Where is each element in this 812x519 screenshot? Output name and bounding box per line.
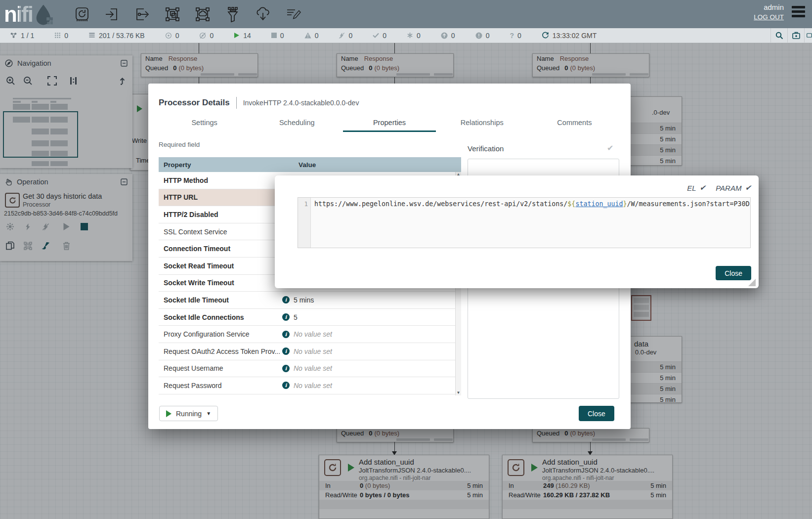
title-divider <box>236 97 237 109</box>
process-group-component-icon[interactable] <box>164 5 181 23</box>
tab-relationships[interactable]: Relationships <box>436 114 528 131</box>
info-icon: i <box>282 382 290 389</box>
table-row[interactable]: Proxy Configuration ServiceiNo value set <box>159 326 461 343</box>
first-aid-kit-button[interactable] <box>787 28 804 43</box>
tab-scheduling[interactable]: Scheduling <box>251 114 343 131</box>
processor-component-icon[interactable] <box>73 5 91 23</box>
el-parameter-reference: station_uuid <box>575 200 623 208</box>
status-stopped: 0 <box>271 32 284 40</box>
status-refresh[interactable]: 13:33:02 GMT <box>542 32 597 40</box>
editor-content[interactable]: https://www.pegelonline.wsv.de/webservic… <box>311 198 750 248</box>
table-row[interactable]: Request PasswordiNo value set <box>159 377 461 394</box>
property-value-editor: EL✔ PARAM✔ 1 https://www.pegelonline.wsv… <box>275 175 759 288</box>
warning-icon <box>304 32 311 39</box>
check-icon: ✔ <box>700 183 706 192</box>
arrow-up-circle-icon <box>441 32 448 39</box>
output-port-component-icon[interactable] <box>133 5 151 23</box>
dialog-tabs: Settings Scheduling Properties Relations… <box>158 114 621 131</box>
template-component-icon[interactable] <box>254 5 272 23</box>
app-header: nifi admin LOG OUT <box>0 0 812 28</box>
logout-link[interactable]: LOG OUT <box>754 13 784 21</box>
funnel-component-icon[interactable] <box>224 5 242 23</box>
status-bar: 1 / 1 0 201 / 53.76 KB 0 0 14 0 0 0 0 0 <box>0 28 812 43</box>
editor-line-number: 1 <box>298 198 311 248</box>
tab-comments[interactable]: Comments <box>528 114 621 131</box>
scroll-down-icon[interactable]: ▼ <box>457 390 461 395</box>
tab-settings[interactable]: Settings <box>158 114 251 131</box>
required-field-label: Required field <box>159 141 200 148</box>
status-running: 14 <box>234 32 251 40</box>
column-value: Value <box>299 161 316 169</box>
check-icon <box>373 33 379 38</box>
running-icon <box>234 32 240 39</box>
status-sync-failure: ? 0 <box>510 32 521 40</box>
asterisk-icon <box>407 32 413 39</box>
chevron-down-icon: ▼ <box>206 411 211 416</box>
column-property: Property <box>159 161 299 169</box>
info-icon: i <box>282 365 290 372</box>
dialog-close-button[interactable]: Close <box>579 406 614 421</box>
status-invalid: 0 <box>304 32 319 40</box>
tab-properties[interactable]: Properties <box>343 114 435 131</box>
cluster-icon <box>10 32 17 39</box>
check-icon: ✔ <box>745 183 751 192</box>
not-transmitting-icon <box>199 32 206 39</box>
question-icon: ? <box>510 32 514 40</box>
verification-check-icon[interactable]: ✔ <box>607 143 613 153</box>
status-disabled: 0 <box>339 32 352 40</box>
dialog-title: Processor Details <box>159 98 230 108</box>
refresh-icon[interactable] <box>542 32 549 39</box>
status-not-transmitting: 0 <box>199 32 214 40</box>
dialog-subtitle: InvokeHTTP 2.4.0-stackable0.0.0-dev <box>243 99 359 107</box>
stopped-icon <box>271 33 277 38</box>
global-menu-icon[interactable] <box>792 6 805 19</box>
transmitting-icon <box>165 32 172 39</box>
table-row[interactable]: Request OAuth2 Access Token Prov...iNo v… <box>159 343 461 360</box>
status-remote-groups: 0 <box>54 32 68 40</box>
table-row[interactable]: Request UsernameiNo value set <box>159 360 461 378</box>
resize-handle[interactable] <box>748 279 756 286</box>
value-code-editor[interactable]: 1 https://www.pegelonline.wsv.de/webserv… <box>298 197 751 248</box>
search-button[interactable] <box>770 28 787 43</box>
table-row[interactable]: Socket Idle Connectionsi5 <box>159 309 461 326</box>
table-header: Property Value <box>159 157 461 172</box>
bolt-slash-icon <box>339 32 345 39</box>
label-component-icon[interactable] <box>284 5 302 23</box>
nifi-logo: nifi <box>4 2 54 26</box>
current-user: admin <box>754 3 784 11</box>
last-refresh-time: 13:33:02 GMT <box>553 32 597 40</box>
info-icon: i <box>282 347 290 355</box>
status-locally-modified-stale: 0 <box>475 32 490 40</box>
queue-list-icon <box>88 32 95 39</box>
remote-process-group-component-icon[interactable] <box>194 5 212 23</box>
component-toolbar <box>73 5 302 23</box>
exclamation-circle-icon <box>475 32 482 39</box>
running-state-icon <box>166 410 171 417</box>
status-stale: 0 <box>441 32 455 40</box>
verification-label: Verification <box>468 144 504 153</box>
status-queued: 201 / 53.76 KB <box>88 32 145 40</box>
status-locally-modified: 0 <box>407 32 421 40</box>
input-port-component-icon[interactable] <box>103 5 121 23</box>
status-cluster: 1 / 1 <box>10 32 34 40</box>
editor-close-button[interactable]: Close <box>716 266 751 280</box>
info-icon: i <box>282 331 290 338</box>
info-icon: i <box>282 296 290 303</box>
el-supported-indicator: EL✔ <box>687 183 706 192</box>
status-transmitting: 0 <box>165 32 179 40</box>
settings-button-partial[interactable] <box>804 28 812 43</box>
info-icon: i <box>282 313 290 321</box>
nifi-drop-icon <box>34 3 54 26</box>
status-up-to-date: 0 <box>373 32 386 40</box>
nifi-logo-text: nifi <box>4 3 33 25</box>
param-supported-indicator: PARAM✔ <box>716 183 751 192</box>
run-state-dropdown[interactable]: Running ▼ <box>159 406 218 421</box>
grid-icon <box>54 32 61 39</box>
table-row[interactable]: Socket Idle Timeouti5 mins <box>159 292 461 309</box>
